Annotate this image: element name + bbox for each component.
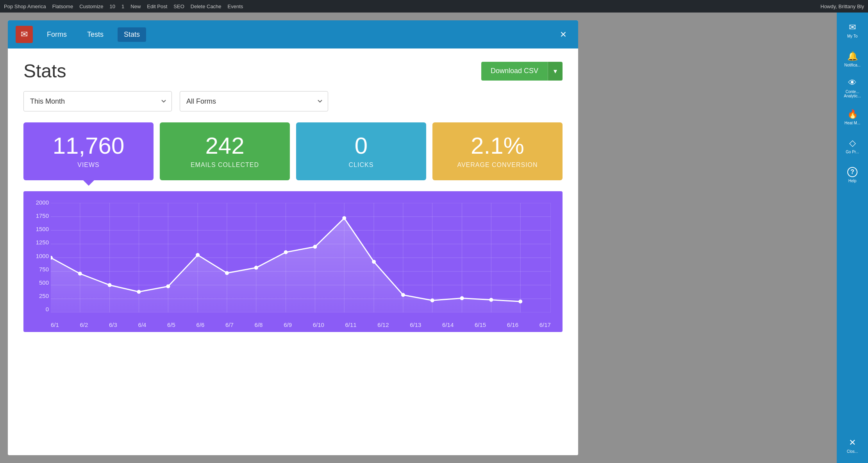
- help-label: Help: [848, 179, 857, 183]
- emails-card: 242 EMAILS COLLECTED: [160, 122, 290, 180]
- form-filter[interactable]: All Forms: [180, 91, 328, 111]
- x-label-65: 6/5: [167, 321, 175, 328]
- sidebar-content-analytics[interactable]: 👁 Conte... Analytic...: [839, 74, 866, 102]
- chart-point-14: [460, 296, 464, 300]
- gopro-label: Go Pr...: [846, 150, 859, 154]
- admin-bar-count2: 1: [121, 4, 124, 9]
- y-label-750: 750: [27, 266, 49, 273]
- chart-y-axis: 2000 1750 1500 1250 1000 750 500 250 0: [27, 199, 49, 312]
- notifications-icon: 🔔: [847, 51, 858, 61]
- x-label-63: 6/3: [109, 321, 117, 328]
- x-label-68: 6/8: [255, 321, 263, 328]
- sidebar-go-pro[interactable]: ◇ Go Pr...: [839, 132, 866, 160]
- chart-point-5: [196, 253, 200, 257]
- clicks-label: CLICKS: [349, 162, 374, 169]
- modal-body: Stats Download CSV ▾ This Month Last Mon…: [8, 48, 578, 455]
- clicks-number: 0: [355, 134, 368, 158]
- chart-point-3: [137, 290, 141, 294]
- chart-point-4: [166, 284, 170, 288]
- page-title: Stats: [23, 60, 66, 82]
- admin-bar-edit[interactable]: Edit Post: [147, 4, 167, 9]
- email-icon: ✉: [21, 29, 28, 39]
- x-label-69: 6/9: [284, 321, 292, 328]
- heatmap-label: Heat M...: [845, 121, 861, 125]
- y-label-1750: 1750: [27, 212, 49, 219]
- sidebar-help[interactable]: ? Help: [839, 161, 866, 188]
- x-label-67: 6/7: [225, 321, 234, 328]
- stats-modal: ✉ Forms Tests Stats × Stats Download CSV…: [8, 20, 578, 455]
- sidebar-my-to[interactable]: ✉ My To: [839, 16, 866, 44]
- admin-bar-customize[interactable]: Customize: [79, 4, 103, 9]
- admin-bar-seo[interactable]: SEO: [173, 4, 184, 9]
- download-dropdown-arrow[interactable]: ▾: [548, 62, 563, 81]
- chart-point-11: [372, 260, 376, 264]
- modal-close-button[interactable]: ×: [556, 27, 570, 42]
- chart-x-axis: 6/1 6/2 6/3 6/4 6/5 6/6 6/7 6/8 6/9 6/10…: [51, 321, 551, 328]
- views-label: VIEWS: [77, 162, 100, 169]
- stats-title-row: Stats Download CSV ▾: [23, 60, 563, 82]
- admin-bar-count1: 10: [110, 4, 115, 9]
- conversion-number: 2.1%: [471, 134, 524, 158]
- my-to-label: My To: [847, 34, 858, 38]
- modal-logo: ✉: [16, 26, 33, 43]
- chart-point-9: [313, 245, 317, 249]
- stat-cards: 11,760 VIEWS 242 EMAILS COLLECTED 0 CLIC…: [23, 122, 563, 180]
- admin-bar-new[interactable]: New: [130, 4, 141, 9]
- filter-row: This Month Last Month Last 7 Days Last 3…: [23, 91, 563, 111]
- conversion-label: AVERAGE CONVERSION: [457, 162, 538, 169]
- x-label-614: 6/14: [442, 321, 454, 328]
- right-sidebar: ✉ My To 🔔 Notifica... 👁 Conte... Analyti…: [837, 13, 868, 463]
- notifications-label: Notifica...: [844, 63, 861, 67]
- help-icon: ?: [847, 167, 857, 177]
- sidebar-heat-map[interactable]: 🔥 Heat M...: [839, 103, 866, 131]
- chart-point-2: [108, 283, 112, 287]
- sidebar-close-button[interactable]: ✕ Clos...: [839, 432, 866, 459]
- emails-number: 242: [205, 134, 244, 158]
- gopro-icon: ◇: [849, 138, 856, 148]
- x-label-617: 6/17: [539, 321, 551, 328]
- x-label-612: 6/12: [377, 321, 389, 328]
- nav-forms[interactable]: Forms: [41, 27, 73, 42]
- clicks-card: 0 CLICKS: [296, 122, 426, 180]
- nav-stats[interactable]: Stats: [118, 27, 146, 42]
- admin-bar-events[interactable]: Events: [228, 4, 243, 9]
- y-label-1500: 1500: [27, 226, 49, 232]
- analytics-icon: 👁: [848, 78, 857, 88]
- x-label-61: 6/1: [51, 321, 59, 328]
- chart-container: 2000 1750 1500 1250 1000 750 500 250 0: [23, 191, 563, 332]
- my-to-icon: ✉: [849, 22, 856, 32]
- chart-point-13: [430, 298, 434, 302]
- chart-point-15: [489, 298, 493, 302]
- views-number: 11,760: [53, 134, 125, 158]
- x-label-64: 6/4: [138, 321, 146, 328]
- admin-bar: Pop Shop America Flatsome Customize 10 1…: [0, 0, 868, 13]
- y-label-0: 0: [27, 306, 49, 312]
- admin-bar-user: Howdy, Brittany Bly: [820, 4, 864, 9]
- download-btn-group: Download CSV ▾: [481, 62, 563, 81]
- chart-point-1: [78, 272, 82, 276]
- modal-header: ✉ Forms Tests Stats ×: [8, 20, 578, 48]
- admin-bar-cache[interactable]: Delete Cache: [191, 4, 221, 9]
- x-label-66: 6/6: [196, 321, 205, 328]
- chart-point-10: [342, 216, 346, 220]
- download-csv-button[interactable]: Download CSV: [481, 62, 548, 81]
- page-wrapper: boutique. These items are handmade by co…: [0, 13, 868, 463]
- chart-point-12: [401, 293, 405, 297]
- sidebar-notifications[interactable]: 🔔 Notifica...: [839, 45, 866, 73]
- nav-tests[interactable]: Tests: [81, 27, 110, 42]
- x-label-613: 6/13: [410, 321, 421, 328]
- y-label-1000: 1000: [27, 253, 49, 259]
- x-label-616: 6/16: [507, 321, 518, 328]
- period-filter[interactable]: This Month Last Month Last 7 Days Last 3…: [23, 91, 172, 111]
- chart-svg: [51, 203, 551, 312]
- y-label-2000: 2000: [27, 199, 49, 206]
- y-label-250: 250: [27, 293, 49, 299]
- x-label-610: 6/10: [313, 321, 324, 328]
- chart-point-6: [225, 271, 229, 275]
- admin-bar-site[interactable]: Pop Shop America: [4, 4, 46, 9]
- admin-bar-theme[interactable]: Flatsome: [52, 4, 73, 9]
- x-label-611: 6/11: [345, 321, 357, 328]
- views-card: 11,760 VIEWS: [23, 122, 154, 180]
- analytics-label: Conte... Analytic...: [840, 90, 864, 98]
- chart-point-7: [254, 266, 258, 270]
